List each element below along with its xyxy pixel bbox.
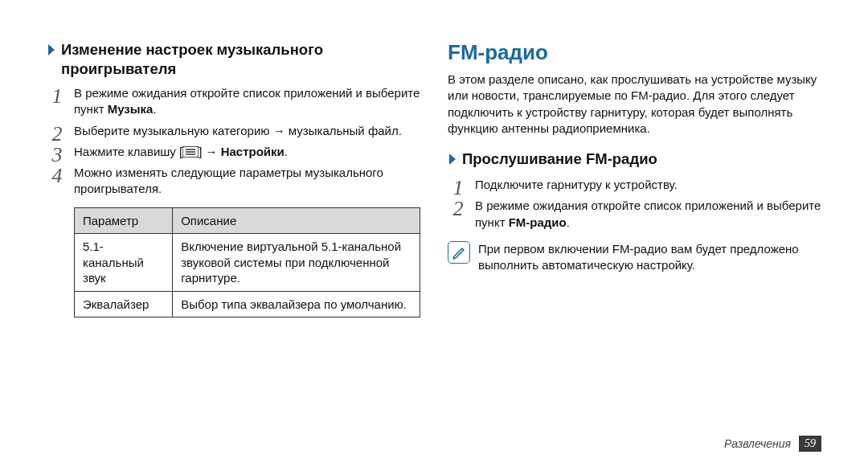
text: Подключите гарнитуру к устройству. bbox=[475, 178, 678, 191]
left-step-2: Выберите музыкальную категорию → музыкал… bbox=[47, 123, 420, 139]
note-icon bbox=[448, 241, 470, 264]
footer-section-name: Развлечения bbox=[724, 437, 791, 450]
right-subheading-text: Прослушивание FM-радио bbox=[462, 149, 821, 169]
chevron-right-icon bbox=[448, 151, 457, 170]
cell-param: Эквалайзер bbox=[75, 291, 173, 317]
note-text: При первом включении FM-радио вам будет … bbox=[478, 240, 821, 274]
table-header-row: Параметр Описание bbox=[75, 207, 420, 234]
bold-text: Настройки bbox=[221, 145, 285, 158]
left-step-4: Можно изменять следующие параметры музык… bbox=[47, 165, 420, 198]
params-table: Параметр Описание 5.1-канальный звук Вкл… bbox=[74, 207, 420, 318]
cell-param: 5.1-канальный звук bbox=[75, 234, 173, 292]
right-step-2: В режиме ожидания откройте список прилож… bbox=[448, 198, 821, 231]
col-header-param: Параметр bbox=[75, 207, 173, 234]
text: ] → bbox=[199, 145, 221, 158]
right-step-1: Подключите гарнитуру к устройству. bbox=[448, 177, 821, 193]
left-step-3: Нажмите клавишу [] → Настройки. bbox=[47, 144, 420, 160]
right-subheading: Прослушивание FM-радио bbox=[448, 149, 821, 170]
text: . bbox=[153, 102, 156, 116]
right-column: FM-радио В этом разделе описано, как про… bbox=[448, 40, 821, 447]
manual-page: Изменение настроек музыкального проигрыв… bbox=[0, 0, 868, 471]
text: Выберите музыкальную категорию → музыкал… bbox=[74, 124, 402, 137]
left-subheading: Изменение настроек музыкального проигрыв… bbox=[47, 40, 420, 79]
bold-text: FM-радио bbox=[509, 215, 567, 229]
note-block: При первом включении FM-радио вам будет … bbox=[448, 240, 821, 274]
col-header-desc: Описание bbox=[173, 207, 420, 234]
table-row: 5.1-канальный звук Включение виртуальной… bbox=[75, 234, 420, 292]
text: . bbox=[567, 215, 570, 229]
left-step-1: В режиме ожидания откройте список прилож… bbox=[47, 85, 420, 118]
bold-text: Музыка bbox=[108, 102, 154, 116]
table-row: Эквалайзер Выбор типа эквалайзера по умо… bbox=[75, 291, 420, 317]
section-title: FM-радио bbox=[448, 40, 821, 65]
left-column: Изменение настроек музыкального проигрыв… bbox=[47, 40, 420, 447]
text: Можно изменять следующие параметры музык… bbox=[74, 166, 383, 195]
cell-desc: Включение виртуальной 5.1-канальной звук… bbox=[173, 234, 420, 292]
section-intro: В этом разделе описано, как прослушивать… bbox=[448, 72, 821, 137]
left-subheading-text: Изменение настроек музыкального проигрыв… bbox=[61, 40, 420, 79]
left-steps: В режиме ожидания откройте список прилож… bbox=[47, 85, 420, 198]
chevron-right-icon bbox=[47, 42, 56, 61]
right-steps: Подключите гарнитуру к устройству. В реж… bbox=[448, 177, 821, 231]
cell-desc: Выбор типа эквалайзера по умолчанию. bbox=[173, 291, 420, 317]
text: Нажмите клавишу [ bbox=[74, 145, 182, 158]
menu-key-icon bbox=[182, 146, 199, 158]
page-footer: Развлечения 59 bbox=[724, 436, 821, 452]
text: . bbox=[285, 145, 288, 158]
footer-page-number: 59 bbox=[799, 436, 821, 452]
